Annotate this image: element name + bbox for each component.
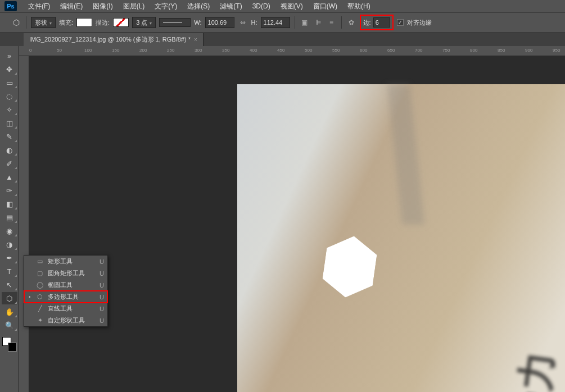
app-logo: Ps bbox=[4, 1, 17, 11]
flyout-label: 椭圆工具 bbox=[48, 281, 96, 289]
shape-tool[interactable]: ⬡ bbox=[2, 292, 17, 304]
sides-label: 边: bbox=[363, 19, 371, 27]
separator bbox=[295, 16, 295, 29]
history-brush-tool[interactable]: ✑ bbox=[2, 184, 17, 197]
align-edges-checkbox[interactable]: ✓ bbox=[397, 19, 404, 26]
gradient-tool[interactable]: ▤ bbox=[2, 211, 17, 224]
stamp-tool[interactable]: ▲ bbox=[2, 171, 17, 183]
document-tab-title: IMG_20200927_122314.jpg @ 100% (多边形 1, R… bbox=[29, 35, 191, 44]
flyout-line[interactable]: ╱ 直线工具 U bbox=[24, 303, 107, 314]
tool-mode-dropdown[interactable]: 形状 bbox=[31, 17, 56, 28]
type-tool[interactable]: T bbox=[2, 265, 17, 277]
rounded-rectangle-icon: ▢ bbox=[35, 270, 44, 277]
menu-edit[interactable]: 编辑(E) bbox=[56, 0, 87, 13]
flyout-shortcut: U bbox=[100, 282, 104, 289]
lasso-tool[interactable]: ◌ bbox=[2, 90, 17, 102]
magic-wand-tool[interactable]: ✧ bbox=[2, 103, 17, 116]
flyout-label: 矩形工具 bbox=[48, 257, 96, 266]
eyedropper-tool[interactable]: ✎ bbox=[2, 130, 17, 143]
menu-filter[interactable]: 滤镜(T) bbox=[215, 0, 246, 13]
path-select-tool[interactable]: ↖ bbox=[2, 279, 17, 291]
brush-tool[interactable]: ✐ bbox=[2, 157, 17, 170]
fill-swatch[interactable] bbox=[76, 18, 92, 27]
path-align-icon[interactable]: ⊫ bbox=[313, 17, 323, 28]
active-dot: ▪ bbox=[28, 294, 32, 299]
menu-view[interactable]: 视图(V) bbox=[276, 0, 308, 13]
fg-bg-colors[interactable] bbox=[2, 337, 17, 352]
sides-input[interactable] bbox=[373, 17, 390, 28]
custom-shape-icon: ✦ bbox=[35, 317, 44, 324]
rectangle-icon: ▭ bbox=[35, 258, 44, 265]
menu-help[interactable]: 帮助(H) bbox=[343, 0, 375, 13]
flyout-custom-shape[interactable]: ✦ 自定形状工具 U bbox=[24, 314, 107, 326]
menu-type[interactable]: 文字(Y) bbox=[150, 0, 182, 13]
stroke-type-dropdown[interactable] bbox=[159, 18, 191, 27]
chevron-down-icon bbox=[49, 19, 52, 26]
crop-tool[interactable]: ◫ bbox=[2, 117, 17, 129]
path-combine-icon[interactable]: ▣ bbox=[300, 17, 310, 28]
menu-3d[interactable]: 3D(D) bbox=[248, 1, 275, 12]
document-tab[interactable]: IMG_20200927_122314.jpg @ 100% (多边形 1, R… bbox=[24, 33, 204, 46]
line-icon: ╱ bbox=[35, 305, 44, 312]
menubar: Ps 文件(F) 编辑(E) 图像(I) 图层(L) 文字(Y) 选择(S) 滤… bbox=[0, 0, 565, 12]
stroke-width-value: 3 点 bbox=[136, 19, 147, 27]
tools-panel: » ✥ ▭ ◌ ✧ ◫ ✎ ◐ ✐ ▲ ✑ ◧ ▤ ◉ ◑ ✒ T ↖ ⬡ ✋ … bbox=[0, 46, 19, 392]
width-input[interactable] bbox=[205, 17, 234, 28]
gear-icon[interactable]: ✿ bbox=[346, 17, 356, 28]
marquee-tool[interactable]: ▭ bbox=[2, 76, 17, 89]
width-label: W: bbox=[194, 19, 201, 26]
blur-tool[interactable]: ◉ bbox=[2, 225, 17, 237]
work-area: » ✥ ▭ ◌ ✧ ◫ ✎ ◐ ✐ ▲ ✑ ◧ ▤ ◉ ◑ ✒ T ↖ ⬡ ✋ … bbox=[0, 46, 565, 392]
hand-tool[interactable]: ✋ bbox=[2, 306, 17, 318]
link-icon[interactable]: ⇔ bbox=[238, 17, 248, 28]
flyout-label: 圆角矩形工具 bbox=[48, 269, 96, 277]
polygon-icon bbox=[11, 17, 21, 28]
dodge-tool[interactable]: ◑ bbox=[2, 238, 17, 250]
stroke-swatch[interactable] bbox=[113, 18, 129, 27]
height-input[interactable] bbox=[261, 17, 290, 28]
polygon-icon: ⬡ bbox=[35, 293, 44, 300]
flyout-shortcut: U bbox=[100, 294, 104, 300]
zoom-tool[interactable]: 🔍 bbox=[2, 319, 17, 331]
stroke-width-dropdown[interactable]: 3 点 bbox=[132, 17, 156, 28]
flyout-label: 多边形工具 bbox=[48, 293, 96, 301]
flyout-rounded-rectangle[interactable]: ▢ 圆角矩形工具 U bbox=[24, 267, 107, 279]
background-color[interactable] bbox=[8, 343, 17, 352]
flyout-shortcut: U bbox=[100, 317, 104, 324]
move-tool[interactable]: ✥ bbox=[2, 63, 17, 75]
healing-tool[interactable]: ◐ bbox=[2, 144, 17, 156]
flyout-shortcut: U bbox=[100, 306, 104, 312]
menu-select[interactable]: 选择(S) bbox=[183, 0, 214, 13]
options-bar: 形状 填充: 描边: 3 点 W: ⇔ H: ▣ ⊫ ≡ ✿ 边: ✓ 对齐边缘 bbox=[0, 12, 565, 33]
flyout-shortcut: U bbox=[100, 258, 104, 265]
fill-label: 填充: bbox=[59, 19, 73, 27]
stroke-label: 描边: bbox=[96, 19, 110, 27]
eraser-tool[interactable]: ◧ bbox=[2, 198, 17, 210]
flyout-polygon[interactable]: ▪ ⬡ 多边形工具 U bbox=[24, 291, 107, 303]
sides-highlight: 边: bbox=[360, 15, 394, 30]
close-icon[interactable]: × bbox=[194, 37, 197, 43]
menu-window[interactable]: 窗口(W) bbox=[309, 0, 342, 13]
ellipse-icon: ◯ bbox=[35, 281, 44, 289]
menu-image[interactable]: 图像(I) bbox=[88, 0, 117, 13]
flyout-shortcut: U bbox=[100, 270, 104, 277]
tool-mode-label: 形状 bbox=[35, 19, 47, 27]
menu-file[interactable]: 文件(F) bbox=[24, 0, 55, 13]
shape-tool-flyout: ▭ 矩形工具 U ▢ 圆角矩形工具 U ◯ 椭圆工具 U ▪ ⬡ 多边形工具 U… bbox=[24, 255, 108, 327]
flyout-rectangle[interactable]: ▭ 矩形工具 U bbox=[24, 256, 107, 267]
menu-layer[interactable]: 图层(L) bbox=[119, 0, 150, 13]
flyout-ellipse[interactable]: ◯ 椭圆工具 U bbox=[24, 279, 107, 291]
chevron-down-icon bbox=[150, 19, 152, 26]
align-edges-label: 对齐边缘 bbox=[407, 19, 432, 27]
pen-tool[interactable]: ✒ bbox=[2, 252, 17, 264]
tab-toggle-icon[interactable]: » bbox=[2, 49, 17, 62]
flyout-label: 自定形状工具 bbox=[48, 316, 96, 325]
flyout-label: 直线工具 bbox=[48, 304, 96, 313]
separator bbox=[341, 16, 342, 29]
separator bbox=[26, 16, 26, 29]
path-arrange-icon[interactable]: ≡ bbox=[327, 17, 337, 28]
height-label: H: bbox=[251, 19, 257, 26]
document-tab-bar: IMG_20200927_122314.jpg @ 100% (多边形 1, R… bbox=[0, 33, 565, 46]
